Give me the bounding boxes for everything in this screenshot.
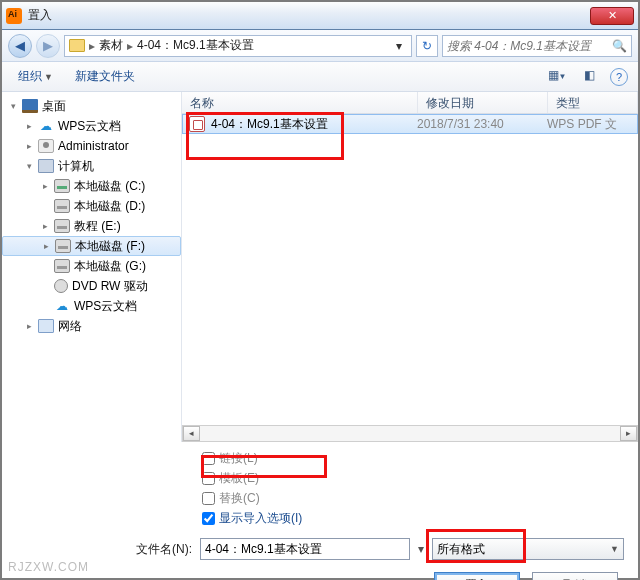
tree-node-wps1[interactable]: ▸☁WPS云文档: [2, 116, 181, 136]
column-name[interactable]: 名称: [182, 92, 418, 113]
cloud-icon: ☁: [38, 119, 54, 133]
breadcrumb-seg1[interactable]: 素材: [99, 37, 123, 54]
tree-node-drive-d[interactable]: 本地磁盘 (D:): [2, 196, 181, 216]
address-bar[interactable]: ▸ 素材 ▸ 4-04：Mc9.1基本设置 ▾: [64, 35, 412, 57]
window-title: 置入: [28, 7, 590, 24]
chevron-down-icon[interactable]: ▾: [418, 542, 424, 556]
folder-icon: [69, 39, 85, 52]
folder-tree[interactable]: ▾桌面 ▸☁WPS云文档 ▸Administrator ▾计算机 ▸本地磁盘 (…: [2, 92, 182, 442]
tree-node-drive-g[interactable]: 本地磁盘 (G:): [2, 256, 181, 276]
chevron-right-icon: ▸: [127, 39, 133, 53]
view-mode-button[interactable]: ▦▼: [546, 67, 568, 87]
list-item[interactable]: 4-04：Mc9.1基本设置 2018/7/31 23:40 WPS PDF 文: [182, 114, 638, 134]
format-select[interactable]: 所有格式▼: [432, 538, 624, 560]
breadcrumb-seg2[interactable]: 4-04：Mc9.1基本设置: [137, 37, 254, 54]
search-input[interactable]: [447, 39, 612, 53]
show-import-checkbox[interactable]: [202, 512, 215, 525]
toolbar: 组织▼ 新建文件夹 ▦▼ ◧ ?: [2, 62, 638, 92]
option-replace[interactable]: 替换(C): [202, 488, 624, 508]
file-list[interactable]: 4-04：Mc9.1基本设置 2018/7/31 23:40 WPS PDF 文: [182, 114, 638, 425]
new-folder-button[interactable]: 新建文件夹: [69, 66, 141, 87]
address-dropdown-icon[interactable]: ▾: [391, 39, 407, 53]
list-header: 名称 修改日期 类型: [182, 92, 638, 114]
dvd-icon: [54, 279, 68, 293]
tree-node-drive-c[interactable]: ▸本地磁盘 (C:): [2, 176, 181, 196]
tree-node-drive-e[interactable]: ▸教程 (E:): [2, 216, 181, 236]
dialog-window: 置入 ✕ ◀ ▶ ▸ 素材 ▸ 4-04：Mc9.1基本设置 ▾ ↻ 🔍 组织▼…: [0, 0, 640, 580]
chevron-right-icon: ▸: [89, 39, 95, 53]
scroll-right-icon[interactable]: ▸: [620, 426, 637, 441]
body-split: ▾桌面 ▸☁WPS云文档 ▸Administrator ▾计算机 ▸本地磁盘 (…: [2, 92, 638, 442]
option-template[interactable]: 模板(E): [202, 468, 624, 488]
options-panel: 链接(L) 模板(E) 替换(C) 显示导入选项(I): [2, 442, 638, 528]
desktop-icon: [22, 99, 38, 113]
scroll-left-icon[interactable]: ◂: [183, 426, 200, 441]
watermark: RJZXW.COM: [8, 560, 89, 574]
link-checkbox[interactable]: [202, 452, 215, 465]
horizontal-scrollbar[interactable]: ◂ ▸: [182, 425, 638, 442]
replace-checkbox[interactable]: [202, 492, 215, 505]
scroll-track[interactable]: [200, 426, 620, 441]
tree-node-admin[interactable]: ▸Administrator: [2, 136, 181, 156]
help-button[interactable]: ?: [610, 68, 628, 86]
nav-forward-button[interactable]: ▶: [36, 34, 60, 58]
file-list-pane: 名称 修改日期 类型 4-04：Mc9.1基本设置 2018/7/31 23:4…: [182, 92, 638, 442]
user-icon: [38, 139, 54, 153]
tree-node-desktop[interactable]: ▾桌面: [2, 96, 181, 116]
cloud-icon: ☁: [54, 299, 70, 313]
titlebar: 置入 ✕: [2, 2, 638, 30]
preview-pane-button[interactable]: ◧: [578, 67, 600, 87]
filename-label: 文件名(N):: [16, 541, 192, 558]
organize-button[interactable]: 组织▼: [12, 66, 59, 87]
drive-icon: [55, 239, 71, 253]
network-icon: [38, 319, 54, 333]
close-button[interactable]: ✕: [590, 7, 634, 25]
option-show-import[interactable]: 显示导入选项(I): [202, 508, 624, 528]
tree-node-wps2[interactable]: ☁WPS云文档: [2, 296, 181, 316]
search-box[interactable]: 🔍: [442, 35, 632, 57]
chevron-down-icon: ▼: [610, 544, 619, 554]
nav-back-button[interactable]: ◀: [8, 34, 32, 58]
drive-icon: [54, 219, 70, 233]
filename-input[interactable]: [200, 538, 410, 560]
tree-node-drive-f[interactable]: ▸本地磁盘 (F:): [2, 236, 181, 256]
place-button[interactable]: 置入: [434, 572, 520, 580]
app-icon: [6, 8, 22, 24]
computer-icon: [38, 159, 54, 173]
nav-row: ◀ ▶ ▸ 素材 ▸ 4-04：Mc9.1基本设置 ▾ ↻ 🔍: [2, 30, 638, 62]
tree-node-dvd[interactable]: DVD RW 驱动: [2, 276, 181, 296]
filename-row: 文件名(N): ▾ 所有格式▼: [2, 528, 638, 560]
drive-icon: [54, 259, 70, 273]
option-link[interactable]: 链接(L): [202, 448, 624, 468]
cancel-button[interactable]: 取消: [532, 572, 618, 580]
file-name: 4-04：Mc9.1基本设置: [209, 116, 417, 133]
tree-node-network[interactable]: ▸网络: [2, 316, 181, 336]
pdf-file-icon: [189, 116, 205, 132]
file-type: WPS PDF 文: [547, 116, 637, 133]
drive-icon: [54, 199, 70, 213]
file-date: 2018/7/31 23:40: [417, 117, 547, 131]
tree-node-computer[interactable]: ▾计算机: [2, 156, 181, 176]
button-row: 置入 取消: [2, 560, 638, 580]
column-type[interactable]: 类型: [548, 92, 638, 113]
drive-icon: [54, 179, 70, 193]
column-date[interactable]: 修改日期: [418, 92, 548, 113]
refresh-button[interactable]: ↻: [416, 35, 438, 57]
search-icon: 🔍: [612, 39, 627, 53]
template-checkbox[interactable]: [202, 472, 215, 485]
